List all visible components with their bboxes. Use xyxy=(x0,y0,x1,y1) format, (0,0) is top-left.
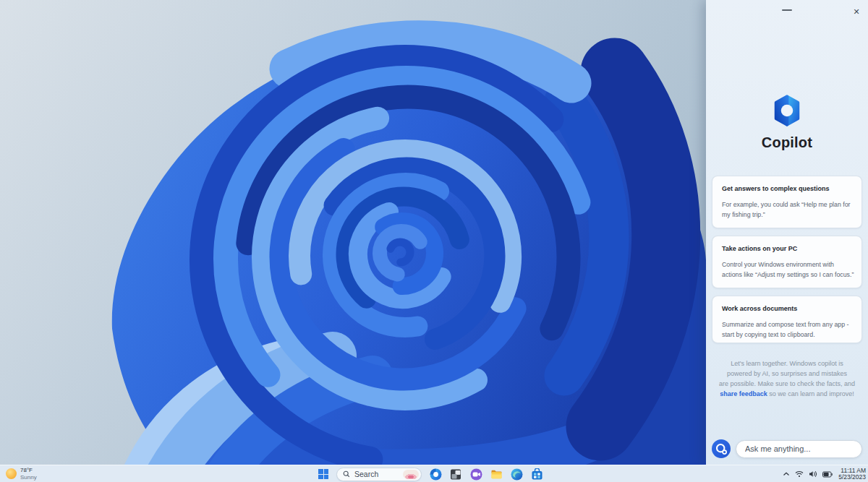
taskbar-store-icon[interactable] xyxy=(531,468,543,481)
card-title: Take actions on your PC xyxy=(722,245,854,252)
clock[interactable]: 11:11 AM 5/23/2023 xyxy=(838,468,866,481)
weather-temp: 78°F xyxy=(20,467,37,474)
close-icon[interactable]: ✕ xyxy=(851,7,861,17)
taskbar: 78°F Sunny Search xyxy=(0,465,868,482)
taskbar-file-explorer-icon[interactable] xyxy=(490,468,503,481)
search-icon xyxy=(343,470,350,478)
wallpaper-bloom xyxy=(0,0,706,465)
weather-condition: Sunny xyxy=(20,474,37,481)
start-button[interactable] xyxy=(318,469,328,479)
card-body: Summarize and compose text from any app … xyxy=(722,319,854,340)
search-label: Search xyxy=(354,470,399,478)
wifi-icon[interactable] xyxy=(795,470,804,478)
card-get-answers[interactable]: Get answers to complex questions For exa… xyxy=(712,176,862,228)
search-highlight-image xyxy=(403,470,419,479)
sun-icon xyxy=(6,468,17,479)
card-take-actions[interactable]: Take actions on your PC Control your Win… xyxy=(712,236,862,288)
card-title: Work across documents xyxy=(722,305,854,312)
card-title: Get answers to complex questions xyxy=(722,185,854,192)
panel-title: Copilot xyxy=(706,134,868,151)
ask-me-anything-input[interactable] xyxy=(736,440,862,458)
taskbar-desktop-app-icon[interactable] xyxy=(450,468,462,481)
tray-icons-group xyxy=(783,470,833,478)
desktop-wallpaper xyxy=(0,0,706,465)
system-tray: 11:11 AM 5/23/2023 xyxy=(783,465,866,482)
copilot-chat-icon[interactable] xyxy=(712,439,731,458)
taskbar-center-group: Search xyxy=(318,465,543,482)
panel-drag-handle[interactable] xyxy=(782,9,792,11)
disclaimer-text: Let's learn together. Windows copilot is… xyxy=(714,358,860,399)
taskbar-chat-icon[interactable] xyxy=(470,468,482,481)
ask-input-row xyxy=(712,439,862,458)
copilot-logo-icon xyxy=(770,94,804,127)
volume-icon[interactable] xyxy=(809,470,817,478)
taskbar-copilot-icon[interactable] xyxy=(430,468,442,481)
card-body: Control your Windows environment with ac… xyxy=(722,259,854,280)
share-feedback-link[interactable]: share feedback xyxy=(720,390,767,397)
card-body: For example, you could ask “Help me plan… xyxy=(722,199,854,220)
taskbar-edge-icon[interactable] xyxy=(511,468,523,481)
copilot-panel: ✕ Copilot Get answers to complex questio… xyxy=(706,0,868,465)
search-box[interactable]: Search xyxy=(336,468,422,481)
battery-icon[interactable] xyxy=(822,471,833,478)
tray-chevron-up-icon[interactable] xyxy=(783,471,790,477)
clock-date: 5/23/2023 xyxy=(838,474,866,481)
weather-widget[interactable]: 78°F Sunny xyxy=(6,467,37,481)
card-work-across[interactable]: Work across documents Summarize and comp… xyxy=(712,296,862,343)
